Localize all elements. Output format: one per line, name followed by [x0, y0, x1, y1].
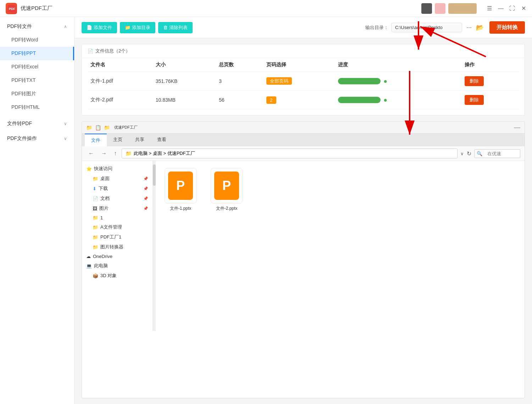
- delete-button-2[interactable]: 删除: [465, 95, 484, 105]
- close-button[interactable]: ✕: [521, 6, 526, 11]
- list-item[interactable]: P 文件-1.pptx: [163, 168, 198, 212]
- explorer-minimize-button[interactable]: —: [514, 124, 520, 131]
- address-dropdown-button[interactable]: ∨: [460, 151, 464, 156]
- refresh-button[interactable]: ↻: [467, 150, 471, 157]
- sidebar-item-pdf-word[interactable]: PDF转Word: [0, 33, 74, 47]
- minimize-button[interactable]: —: [498, 6, 504, 11]
- explorer-tab-share[interactable]: 共享: [129, 134, 151, 146]
- file-table-wrapper: 文件名 大小 总页数 页码选择 进度 操作 文件-1.pdf 3: [82, 58, 525, 115]
- delete-button-1[interactable]: 删除: [465, 76, 484, 86]
- clear-list-button[interactable]: 🗑 清除列表: [158, 22, 193, 33]
- col-progress: 进度: [335, 58, 462, 72]
- folder-icon-afile: 📁: [93, 225, 98, 230]
- tree-item-documents[interactable]: 📄 文档 📌: [82, 193, 153, 203]
- tree-item-1[interactable]: 📁 1: [82, 213, 153, 222]
- tree-item-mypc[interactable]: 💻 此电脑: [82, 261, 153, 271]
- folder-icon-imgconvert: 📁: [93, 245, 98, 250]
- menu-button[interactable]: ☰: [487, 6, 492, 11]
- output-path-display: C:\Users\admin\Deskto: [391, 23, 462, 32]
- col-pageselect: 页码选择: [264, 58, 336, 72]
- file2-size: 10.83MB: [153, 91, 216, 110]
- tree-item-onedrive[interactable]: ☁ OneDrive: [82, 252, 153, 261]
- start-convert-button[interactable]: 开始转换: [489, 21, 525, 34]
- sidebar-item-pdf-img[interactable]: PDF转图片: [0, 87, 74, 101]
- tree-item-pdffactory[interactable]: 📁 PDF工厂1: [82, 232, 153, 242]
- explorer-title-bar: 📁 📋 📁 优速PDF工厂 —: [82, 122, 525, 134]
- explorer-folder-icon-2: 📋: [95, 125, 101, 130]
- col-pages: 总页数: [216, 58, 264, 72]
- nav-back-button[interactable]: ←: [86, 150, 96, 157]
- tree-item-quickaccess[interactable]: ⭐ 快速访问: [82, 164, 153, 174]
- address-path-display[interactable]: 📁 此电脑 > 桌面 > 优速PDF工厂: [122, 148, 458, 158]
- explorer-tab-view[interactable]: 查看: [151, 134, 173, 146]
- file1-pageselect[interactable]: 全部页码: [264, 72, 336, 91]
- maximize-button[interactable]: ⛶: [509, 6, 515, 11]
- file1-pages: 3: [216, 72, 264, 91]
- folder-icon-1: 📁: [93, 215, 98, 220]
- explorer-folder-icon-1: 📁: [86, 125, 92, 130]
- tree-item-download[interactable]: ⬇ 下载 📌: [82, 184, 153, 193]
- explorer-tab-file[interactable]: 文件: [85, 134, 107, 146]
- trash-icon: 🗑: [163, 25, 168, 30]
- explorer-tab-home[interactable]: 主页: [107, 134, 129, 146]
- progress-bar-2: [338, 97, 381, 103]
- title-bar-left: PDF 优速PDF工厂: [6, 3, 52, 14]
- add-dir-button[interactable]: 📁 添加目录: [120, 22, 155, 33]
- sidebar-group-pdf-ops[interactable]: PDF文件操作 ∨: [0, 132, 74, 145]
- file1-action[interactable]: 删除: [462, 72, 519, 91]
- toolbar: 📄 添加文件 📁 添加目录 🗑 清除列表 输出目录： C:\Users\admi…: [74, 17, 532, 38]
- page-select-badge-2[interactable]: 2: [266, 96, 276, 104]
- sidebar-group-file-to-pdf[interactable]: 文件转PDF ∨: [0, 117, 74, 130]
- sidebar-item-pdf-excel[interactable]: PDF转Excel: [0, 60, 74, 74]
- file2-label: 文件-2.pptx: [216, 206, 238, 212]
- output-label: 输出目录：: [365, 24, 388, 31]
- search-box-wrap: 🔍: [474, 149, 520, 158]
- file1-name: 文件-1.pdf: [88, 72, 153, 91]
- tree-item-desktop[interactable]: 📁 桌面 📌: [82, 174, 153, 184]
- table-row: 文件-1.pdf 351.76KB 3 全部页码 ●: [88, 72, 519, 91]
- tree-item-pictures[interactable]: 🖼 图片 📌: [82, 203, 153, 213]
- sidebar-item-pdf-txt[interactable]: PDF转TXT: [0, 74, 74, 87]
- window-controls: ☰ — ⛶ ✕: [487, 6, 526, 11]
- app-title: 优速PDF工厂: [21, 5, 52, 12]
- add-file-button[interactable]: 📄 添加文件: [82, 22, 117, 33]
- tree-scrollbar[interactable]: [153, 161, 156, 331]
- progress-done-icon-2: ●: [383, 96, 387, 104]
- sidebar-item-pdf-ppt[interactable]: PDF转PPT: [0, 47, 74, 60]
- file-icon-wrap-2: P: [211, 168, 243, 203]
- file2-pageselect[interactable]: 2: [264, 91, 336, 110]
- file2-action[interactable]: 删除: [462, 91, 519, 110]
- more-options-button[interactable]: ···: [465, 22, 473, 33]
- table-row: 文件-2.pdf 10.83MB 56 2 ●: [88, 91, 519, 110]
- chevron-down-icon-3: ∨: [64, 136, 67, 141]
- avatar-dark: [421, 3, 432, 14]
- pptx-icon-2: P: [214, 172, 239, 200]
- cloud-icon: ☁: [86, 254, 91, 259]
- add-file-icon: 📄: [87, 25, 92, 30]
- search-input[interactable]: [484, 150, 520, 158]
- file-info-header: 📄 文件信息（2个）: [82, 44, 525, 58]
- sidebar-group-pdf-convert[interactable]: PDF转文件 ∧: [0, 20, 74, 33]
- avatar-tan: [448, 3, 477, 14]
- pptx-letter-2: P: [222, 178, 231, 193]
- tree-item-afile[interactable]: 📁 A文件管理: [82, 222, 153, 232]
- file2-name: 文件-2.pdf: [88, 91, 153, 110]
- tree-item-3d[interactable]: 📦 3D 对象: [82, 271, 153, 281]
- file2-progress: ●: [335, 91, 462, 110]
- main-layout: PDF转文件 ∧ PDF转Word PDF转PPT PDF转Excel PDF转…: [0, 17, 532, 404]
- nav-up-button[interactable]: ↑: [112, 150, 119, 157]
- folder-icon-3d: 📦: [93, 273, 98, 279]
- list-item[interactable]: P 文件-2.pptx: [209, 168, 244, 212]
- sidebar-item-pdf-html[interactable]: PDF转HTML: [0, 101, 74, 114]
- file2-pages: 56: [216, 91, 264, 110]
- address-folder-icon: 📁: [126, 151, 132, 156]
- progress-bar-1: [338, 78, 381, 84]
- page-select-badge-1[interactable]: 全部页码: [266, 77, 292, 85]
- nav-forward-button[interactable]: →: [99, 150, 109, 157]
- tree-scrollbar-thumb[interactable]: [153, 164, 156, 186]
- main-content-area: 📄 文件信息（2个） 文件名 大小 总页数 页码选择 进度 操作: [74, 38, 532, 404]
- pin-icon-pics: 📌: [143, 206, 148, 211]
- pin-icon-download: 📌: [143, 186, 148, 191]
- tree-item-imgconvert[interactable]: 📁 图片转换器: [82, 242, 153, 252]
- open-folder-button[interactable]: 📂: [476, 24, 484, 32]
